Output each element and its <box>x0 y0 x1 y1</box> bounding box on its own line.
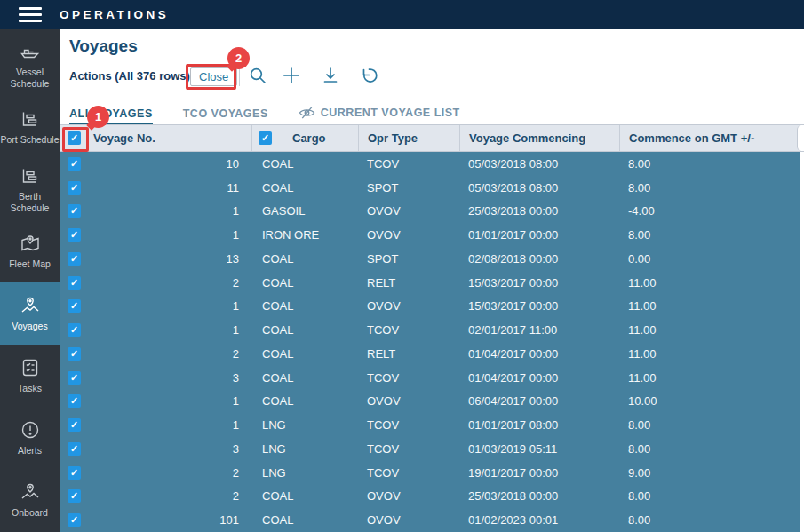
row-checkbox-cell: ✓ <box>60 390 89 414</box>
download-icon[interactable] <box>322 67 339 84</box>
sidebar-item-fleet-map[interactable]: Fleet Map <box>0 220 60 282</box>
cell-voyage-no: 3 <box>89 366 251 390</box>
select-all-checkbox[interactable]: ✓ <box>68 131 81 145</box>
add-icon[interactable] <box>283 67 300 84</box>
table-row[interactable]: ✓ 2 COAL OVOV 25/03/2018 00:00 8.00 <box>60 485 800 509</box>
cell-opr-type: SPOT <box>358 247 459 271</box>
column-header-commence-on-gmt[interactable]: Commence on GMT +/- <box>619 125 797 151</box>
vessel-icon <box>20 41 41 62</box>
cell-voyage-commencing: 01/02/2023 00:01 <box>459 508 619 532</box>
row-checkbox[interactable]: ✓ <box>68 228 81 242</box>
cell-voyage-commencing: 05/03/2018 08:00 <box>459 176 619 200</box>
cell-commence-on-gmt: 11.00 <box>619 318 800 342</box>
app-title: OPERATIONS <box>60 8 169 21</box>
sidebar-item-label: Vessel Schedule <box>0 67 60 89</box>
table-row[interactable]: ✓ 13 COAL SPOT 02/08/2018 00:00 0.00 <box>60 247 800 271</box>
row-checkbox[interactable]: ✓ <box>68 276 81 290</box>
cell-voyage-commencing: 02/01/2017 11:00 <box>459 318 619 342</box>
schedule-icon <box>20 108 41 130</box>
cell-opr-type: TCOV <box>358 437 459 461</box>
sidebar-item-tasks[interactable]: Tasks <box>0 345 60 407</box>
table-row[interactable]: ✓ 1 GASOIL OVOV 25/03/2018 00:00 -4.00 <box>60 200 800 224</box>
cell-cargo: COAL <box>251 152 358 176</box>
voyages-table: ✓ Voyage No. ✓ Cargo Opr Type Voyage Com… <box>60 124 804 532</box>
row-checkbox[interactable]: ✓ <box>68 181 81 195</box>
table-header-row: ✓ Voyage No. ✓ Cargo Opr Type Voyage Com… <box>60 124 804 152</box>
table-row[interactable]: ✓ 1 LNG TCOV 01/01/2017 08:00 8.00 <box>60 413 800 437</box>
cell-opr-type: TCOV <box>358 152 459 176</box>
table-row[interactable]: ✓ 10 COAL TCOV 05/03/2018 08:00 8.00 <box>60 152 800 176</box>
cargo-column-checkbox[interactable]: ✓ <box>259 131 272 145</box>
table-row[interactable]: ✓ 3 LNG TCOV 01/03/2019 05:11 8.00 <box>60 437 800 461</box>
cell-voyage-no: 13 <box>89 247 251 271</box>
close-button[interactable]: Close <box>190 67 237 86</box>
table-row[interactable]: ✓ 101 COAL OVOV 01/02/2023 00:01 8.00 <box>60 508 800 532</box>
menu-icon[interactable] <box>0 7 60 22</box>
cell-commence-on-gmt: 11.00 <box>619 366 800 390</box>
tab-label: CURRENT VOYAGE LIST <box>321 107 460 119</box>
row-checkbox[interactable]: ✓ <box>68 204 81 218</box>
table-body: ✓ 10 COAL TCOV 05/03/2018 08:00 8.00 ✓ 1… <box>60 152 800 532</box>
table-row[interactable]: ✓ 2 COAL RELT 01/04/2017 00:00 11.00 <box>60 342 800 366</box>
tab-current-voyage-list[interactable]: CURRENT VOYAGE LIST <box>299 106 460 125</box>
row-checkbox[interactable]: ✓ <box>68 252 81 266</box>
row-checkbox[interactable]: ✓ <box>68 323 81 337</box>
sidebar-item-label: Onboard <box>12 507 48 519</box>
cell-voyage-no: 1 <box>89 318 251 342</box>
cell-commence-on-gmt: 8.00 <box>619 176 800 200</box>
row-checkbox[interactable]: ✓ <box>68 371 81 385</box>
row-checkbox[interactable]: ✓ <box>68 157 81 171</box>
cell-opr-type: OVOV <box>358 200 459 224</box>
cell-voyage-no: 3 <box>89 437 251 461</box>
tab-label: ALL VOYAGES <box>69 107 153 120</box>
row-checkbox[interactable]: ✓ <box>68 442 81 456</box>
sidebar-item-onboard[interactable]: Onboard <box>0 469 60 531</box>
cell-voyage-no: 2 <box>89 485 251 509</box>
column-header-cargo[interactable]: ✓ Cargo <box>251 125 358 151</box>
tab-tco-voyages[interactable]: TCO VOYAGES <box>183 107 268 125</box>
cell-cargo: COAL <box>251 318 358 342</box>
row-checkbox[interactable]: ✓ <box>68 394 81 408</box>
cell-opr-type: OVOV <box>358 223 459 247</box>
row-checkbox[interactable]: ✓ <box>68 347 81 361</box>
row-checkbox[interactable]: ✓ <box>68 418 81 432</box>
row-checkbox[interactable]: ✓ <box>68 513 81 527</box>
table-row[interactable]: ✓ 11 COAL SPOT 05/03/2018 08:00 8.00 <box>60 176 800 200</box>
row-checkbox-cell: ✓ <box>60 200 89 224</box>
cell-commence-on-gmt: 10.00 <box>619 390 800 414</box>
sidebar-item-vessel-schedule[interactable]: Vessel Schedule <box>0 34 60 96</box>
table-row[interactable]: ✓ 3 COAL TCOV 01/04/2017 00:00 11.00 <box>60 366 800 390</box>
row-checkbox[interactable]: ✓ <box>68 489 81 503</box>
table-row[interactable]: ✓ 1 COAL OVOV 15/03/2017 00:00 11.00 <box>60 295 800 319</box>
row-checkbox-cell: ✓ <box>60 437 89 461</box>
column-header-opr-type[interactable]: Opr Type <box>358 125 459 151</box>
table-row[interactable]: ✓ 1 IRON ORE OVOV 01/01/2017 00:00 8.00 <box>60 223 800 247</box>
sidebar-item-alerts[interactable]: Alerts <box>0 407 60 469</box>
cell-commence-on-gmt: 8.00 <box>619 223 800 247</box>
checklist-icon <box>20 357 41 378</box>
sidebar-item-voyages[interactable]: Voyages <box>0 282 60 345</box>
row-checkbox[interactable]: ✓ <box>68 299 81 313</box>
row-checkbox-cell: ✓ <box>60 485 89 509</box>
cell-cargo: COAL <box>251 390 358 414</box>
table-row[interactable]: ✓ 2 COAL RELT 15/03/2017 00:00 11.00 <box>60 271 800 295</box>
row-checkbox-cell: ✓ <box>60 461 89 485</box>
undo-icon[interactable] <box>360 67 378 84</box>
cell-commence-on-gmt: -4.00 <box>619 200 800 224</box>
cell-opr-type: OVOV <box>358 390 459 414</box>
cell-voyage-no: 1 <box>89 413 251 437</box>
tab-bar: ALL VOYAGES TCO VOYAGES CURRENT VOYAGE L… <box>69 104 460 125</box>
cell-voyage-no: 10 <box>89 152 251 176</box>
table-row[interactable]: ✓ 1 COAL TCOV 02/01/2017 11:00 11.00 <box>60 318 800 342</box>
sidebar-item-port-schedule[interactable]: Port Schedule <box>0 96 60 158</box>
search-icon[interactable] <box>249 67 267 84</box>
table-row[interactable]: ✓ 1 COAL OVOV 06/04/2017 00:00 10.00 <box>60 390 800 414</box>
column-header-voyage-commencing[interactable]: Voyage Commencing <box>459 125 619 151</box>
row-checkbox[interactable]: ✓ <box>68 466 81 480</box>
row-checkbox-cell: ✓ <box>60 176 89 200</box>
tab-all-voyages[interactable]: ALL VOYAGES <box>69 107 153 125</box>
toolbar-divider <box>239 67 240 86</box>
table-row[interactable]: ✓ 2 LNG TCOV 19/01/2017 00:00 9.00 <box>60 461 800 485</box>
sidebar-item-berth-schedule[interactable]: Berth Schedule <box>0 158 60 220</box>
column-header-voyage-no[interactable]: Voyage No. <box>89 125 251 151</box>
